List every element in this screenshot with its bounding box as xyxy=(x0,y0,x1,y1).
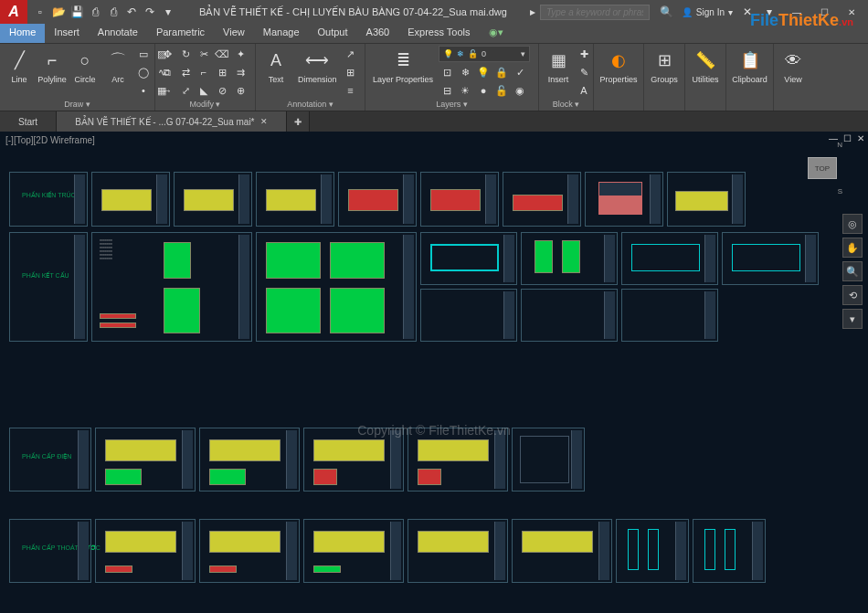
properties-button[interactable]: ◐Properties xyxy=(598,46,640,86)
array-icon[interactable]: ⊞ xyxy=(214,64,230,80)
panel-utilities: 📏Utilities xyxy=(685,44,726,111)
laymch-icon[interactable]: ✓ xyxy=(512,64,528,80)
layon-icon[interactable]: ● xyxy=(475,82,492,99)
panel-draw-title[interactable]: Draw ▾ xyxy=(4,99,151,110)
panel-annotation-title[interactable]: Annotation ▾ xyxy=(259,99,361,110)
panel-draw: ╱Line ⌐Polyline ○Circle ⌒Arc ▭ ▨ ◯ ∿ • ▦… xyxy=(0,44,155,111)
infocentre-icon[interactable]: 🔍 xyxy=(660,5,674,19)
layer-properties-button[interactable]: ≣Layer Properties xyxy=(369,46,437,86)
new-icon[interactable]: ▫ xyxy=(33,5,48,19)
maximize-button[interactable]: ☐ xyxy=(811,2,837,22)
file-tabs: Start BẢN VẼ THIẾT KẾ - ...G 07-04-22_Su… xyxy=(0,111,868,132)
viewport-label[interactable]: [-][Top][2D Wireframe] xyxy=(5,135,95,145)
tab-parametric[interactable]: Parametric xyxy=(147,24,214,43)
insert-button[interactable]: ▦Insert xyxy=(543,46,574,86)
tab-focus[interactable]: ◉▾ xyxy=(480,24,513,43)
title-search-icon[interactable]: ▸ xyxy=(525,5,540,19)
erase-icon[interactable]: ⌫ xyxy=(214,46,230,62)
title-bar: A ▫ 📂 💾 ⎙ ⎙ ↶ ↷ ▾ BẢN VẼ THIẾT KẾ - CHỊ … xyxy=(0,0,868,24)
laycur-icon[interactable]: ◉ xyxy=(512,82,528,99)
signin-button[interactable]: 👤 Sign In ▾ xyxy=(682,7,733,17)
drawing-area: PHẦN KIẾN TRÚC PHẦN KẾT CẤU ━━━━━━━━━━━━… xyxy=(9,153,859,604)
tab-insert[interactable]: Insert xyxy=(45,24,89,43)
search-input[interactable] xyxy=(540,5,650,20)
chamfer-icon[interactable]: ◣ xyxy=(196,82,212,99)
groups-button[interactable]: ⊞Groups xyxy=(648,46,681,86)
file-tab-start[interactable]: Start xyxy=(0,111,57,132)
help-dropdown-icon[interactable]: ▾ xyxy=(762,5,777,19)
polyline-button[interactable]: ⌐Polyline xyxy=(37,46,68,86)
exchange-icon[interactable]: ✕ xyxy=(740,5,755,19)
view-button[interactable]: 👁View xyxy=(778,46,809,86)
trim-icon[interactable]: ✂ xyxy=(196,46,212,62)
move-icon[interactable]: ✥ xyxy=(159,46,175,62)
create-block-icon[interactable]: ✚ xyxy=(576,46,592,62)
clipboard-button[interactable]: 📋Clipboard xyxy=(730,46,769,86)
redo-icon[interactable]: ↷ xyxy=(143,5,157,19)
join-icon[interactable]: ⊕ xyxy=(232,82,249,99)
rect-icon[interactable]: ▭ xyxy=(135,46,152,62)
scale-icon[interactable]: ⤢ xyxy=(177,82,194,99)
rotate-icon[interactable]: ↻ xyxy=(177,46,194,62)
tab-a360[interactable]: A360 xyxy=(357,24,399,43)
fillet-icon[interactable]: ⌐ xyxy=(196,64,212,80)
dimension-button[interactable]: ⟷Dimension xyxy=(294,46,341,86)
mtext-icon[interactable]: ≡ xyxy=(343,82,359,99)
tab-home[interactable]: Home xyxy=(0,24,45,43)
close-tab-icon[interactable]: ✕ xyxy=(260,117,268,126)
leader-icon[interactable]: ↗ xyxy=(343,46,359,62)
text-button[interactable]: AText xyxy=(259,46,292,86)
layfrz-icon[interactable]: ❄ xyxy=(457,64,473,80)
window-title: BẢN VẼ THIẾT KẾ - CHỊ LUYẾN BÀU BÀNG 07-… xyxy=(181,6,525,18)
utilities-button[interactable]: 📏Utilities xyxy=(689,46,722,86)
tab-express[interactable]: Express Tools xyxy=(398,24,479,43)
point-icon[interactable]: • xyxy=(135,82,152,99)
print-icon[interactable]: ⎙ xyxy=(106,5,121,19)
open-icon[interactable]: 📂 xyxy=(51,5,66,19)
vp-close-icon[interactable]: ✕ xyxy=(857,133,864,143)
panel-groups: ⊞Groups xyxy=(644,44,685,111)
undo-icon[interactable]: ↶ xyxy=(124,5,139,19)
qat-dropdown-icon[interactable]: ▾ xyxy=(161,5,175,19)
layer-dropdown[interactable]: 💡❄🔓 0 ▾ xyxy=(439,46,530,62)
line-button[interactable]: ╱Line xyxy=(4,46,35,86)
laylck-icon[interactable]: 🔒 xyxy=(493,64,510,80)
attr-icon[interactable]: A xyxy=(576,82,592,99)
table-icon[interactable]: ⊞ xyxy=(343,64,359,80)
edit-block-icon[interactable]: ✎ xyxy=(576,64,592,80)
stretch-icon[interactable]: ↔ xyxy=(159,82,175,99)
layulk-icon[interactable]: 🔓 xyxy=(493,82,510,99)
panel-block: ▦Insert ✚ ✎ A Block ▾ xyxy=(539,44,594,111)
app-logo[interactable]: A xyxy=(0,0,27,24)
layiso-icon[interactable]: ⊡ xyxy=(439,64,455,80)
viewport[interactable]: [-][Top][2D Wireframe] — ☐ ✕ N TOP S ◎ ✋… xyxy=(0,132,868,613)
panel-layers-title[interactable]: Layers ▾ xyxy=(369,99,535,110)
laythw-icon[interactable]: ☀ xyxy=(457,82,473,99)
offset-icon[interactable]: ⇉ xyxy=(232,64,249,80)
layoff-icon[interactable]: 💡 xyxy=(475,64,492,80)
tab-view[interactable]: View xyxy=(214,24,254,43)
tab-manage[interactable]: Manage xyxy=(254,24,309,43)
current-layer: 0 xyxy=(482,49,486,58)
tab-output[interactable]: Output xyxy=(309,24,357,43)
ellipse-icon[interactable]: ◯ xyxy=(135,64,152,80)
saveas-icon[interactable]: ⎙ xyxy=(88,5,102,19)
break-icon[interactable]: ⊘ xyxy=(214,82,230,99)
copy-icon[interactable]: ⧉ xyxy=(159,64,175,80)
layuniso-icon[interactable]: ⊟ xyxy=(439,82,455,99)
save-icon[interactable]: 💾 xyxy=(69,5,84,19)
explode-icon[interactable]: ✦ xyxy=(232,46,249,62)
panel-modify: ✥ ↻ ✂ ⌫ ✦ ⧉ ⇄ ⌐ ⊞ ⇉ ↔ ⤢ ◣ ⊘ ⊕ Modify ▾ xyxy=(155,44,256,111)
panel-modify-title[interactable]: Modify ▾ xyxy=(159,99,251,110)
panel-annotation: AText ⟷Dimension ↗ ⊞ ≡ Annotation ▾ xyxy=(256,44,365,111)
file-tab-add[interactable]: ✚ xyxy=(287,111,310,132)
mirror-icon[interactable]: ⇄ xyxy=(177,64,194,80)
minimize-button[interactable]: — xyxy=(784,2,810,22)
tab-annotate[interactable]: Annotate xyxy=(89,24,147,43)
arc-button[interactable]: ⌒Arc xyxy=(102,46,133,86)
panel-clipboard: 📋Clipboard xyxy=(726,44,774,111)
close-button[interactable]: ✕ xyxy=(839,2,864,22)
file-tab-doc[interactable]: BẢN VẼ THIẾT KẾ - ...G 07-04-22_Sua mai*… xyxy=(57,111,286,132)
circle-button[interactable]: ○Circle xyxy=(69,46,101,86)
panel-block-title[interactable]: Block ▾ xyxy=(543,99,589,110)
